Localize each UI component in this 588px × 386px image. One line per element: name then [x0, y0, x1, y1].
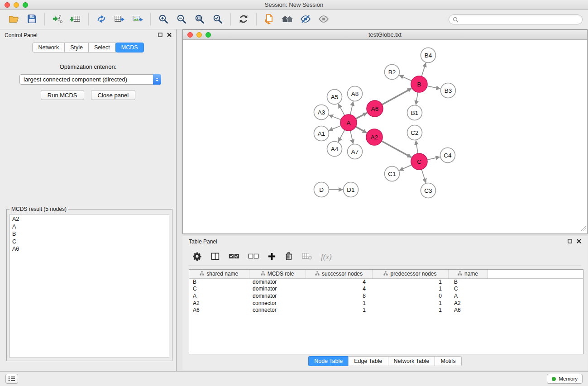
tab-edge-table[interactable]: Edge Table: [348, 356, 388, 366]
export-image-button[interactable]: [129, 11, 146, 28]
edge-C-C1[interactable]: [399, 165, 412, 170]
node-C2[interactable]: C2: [407, 125, 422, 140]
node-B4[interactable]: B4: [421, 48, 436, 63]
edge-A-A8[interactable]: [350, 101, 353, 114]
edge-A-A3[interactable]: [329, 115, 341, 119]
edge-A-A7[interactable]: [350, 131, 353, 144]
edge-C-C3[interactable]: [421, 169, 425, 183]
copy-style-button[interactable]: [261, 11, 277, 28]
node-A2[interactable]: A2: [366, 129, 382, 145]
node-B1[interactable]: B1: [407, 105, 422, 120]
close-panel-icon[interactable]: [167, 32, 172, 38]
edge-A-A4[interactable]: [338, 130, 344, 142]
network-canvas[interactable]: B4B2BB3A5A8A6B1A3AC2A1A2A4A7CC1C4C3DD1: [183, 40, 587, 234]
home-pair-button[interactable]: [279, 11, 296, 28]
node-C4[interactable]: C4: [440, 148, 455, 163]
network-minimize-button[interactable]: [196, 32, 202, 38]
tab-motifs[interactable]: Motifs: [435, 356, 461, 366]
tab-style[interactable]: Style: [64, 43, 89, 52]
column-header-mcds-role[interactable]: MCDS role: [249, 270, 306, 278]
memory-button[interactable]: Memory: [547, 374, 583, 384]
show-hidden-panels-button[interactable]: [5, 374, 18, 384]
node-B2[interactable]: B2: [385, 65, 400, 80]
import-network-button[interactable]: [49, 11, 66, 28]
export-network-button[interactable]: [93, 11, 110, 28]
node-B3[interactable]: B3: [441, 83, 456, 98]
node-D[interactable]: D: [314, 182, 329, 197]
search-field[interactable]: [449, 14, 583, 24]
delete-column-button[interactable]: [285, 250, 293, 264]
zoom-selected-button[interactable]: [210, 11, 226, 28]
node-A3[interactable]: A3: [314, 105, 329, 120]
node-D1[interactable]: D1: [344, 182, 359, 197]
table-row[interactable]: A2connector11A2: [189, 300, 583, 307]
table-row[interactable]: Cdominator41C: [189, 286, 583, 293]
settings-gear-button[interactable]: [192, 250, 202, 264]
edge-B-B3[interactable]: [427, 86, 440, 89]
edge-A6-B[interactable]: [382, 88, 412, 105]
edge-A-A6[interactable]: [356, 113, 367, 119]
criterion-dropdown[interactable]: largest connected component (directed): [19, 74, 161, 85]
show-columns-button[interactable]: [210, 250, 220, 264]
open-session-button[interactable]: [5, 11, 22, 28]
tab-network[interactable]: Network: [32, 43, 65, 52]
close-window-button[interactable]: [5, 2, 10, 8]
node-C[interactable]: C: [411, 153, 427, 170]
table-row[interactable]: Bdominator41B: [189, 278, 583, 286]
column-header-predecessor-nodes[interactable]: predecessor nodes: [372, 270, 448, 278]
column-header-name[interactable]: name: [448, 270, 488, 278]
column-header-shared-name[interactable]: shared name: [189, 270, 249, 278]
deselect-all-columns-button[interactable]: [248, 250, 259, 264]
zoom-fit-button[interactable]: [191, 11, 208, 28]
table-row[interactable]: A6connector11A6: [189, 306, 583, 314]
node-B[interactable]: B: [411, 76, 427, 92]
close-table-panel-icon[interactable]: [577, 238, 581, 245]
node-A7[interactable]: A7: [348, 144, 363, 159]
bird-eye-button[interactable]: [316, 11, 332, 28]
edge-B-B1[interactable]: [416, 92, 418, 105]
close-panel-button[interactable]: Close panel: [91, 90, 136, 100]
network-zoom-button[interactable]: [206, 32, 211, 38]
import-table-button[interactable]: [67, 11, 84, 28]
mcds-result-item[interactable]: A6: [12, 245, 167, 253]
node-A4[interactable]: A4: [327, 142, 342, 157]
node-A[interactable]: A: [340, 114, 357, 131]
float-panel-icon[interactable]: [158, 32, 163, 38]
mcds-result-item[interactable]: A2: [12, 215, 167, 223]
node-C3[interactable]: C3: [421, 183, 436, 198]
edge-A2-C[interactable]: [382, 141, 412, 157]
edge-C-C4[interactable]: [427, 157, 440, 160]
edge-A-A5[interactable]: [338, 104, 344, 115]
dropdown-stepper-icon[interactable]: [153, 74, 161, 85]
search-input[interactable]: [461, 16, 578, 23]
minimize-window-button[interactable]: [14, 2, 19, 8]
edge-B-B2[interactable]: [399, 75, 412, 81]
mcds-result-item[interactable]: A: [12, 223, 167, 231]
refresh-button[interactable]: [235, 11, 252, 28]
network-close-button[interactable]: [187, 32, 193, 38]
run-mcds-button[interactable]: Run MCDS: [41, 90, 84, 100]
node-A1[interactable]: A1: [314, 126, 329, 141]
graphics-details-button[interactable]: [297, 11, 314, 28]
tab-select[interactable]: Select: [88, 43, 116, 52]
zoom-out-button[interactable]: [173, 11, 190, 28]
network-window-titlebar[interactable]: testGlobe.txt: [183, 30, 587, 40]
table-row[interactable]: Adominator80A: [189, 292, 583, 300]
node-A8[interactable]: A8: [348, 86, 363, 101]
add-column-button[interactable]: [268, 250, 276, 264]
select-all-columns-button[interactable]: [229, 250, 239, 264]
export-table-button[interactable]: [111, 11, 128, 28]
column-header-successor-nodes[interactable]: successor nodes: [306, 270, 372, 278]
zoom-window-button[interactable]: [23, 2, 28, 8]
window-resize-grip[interactable]: [581, 225, 587, 233]
mcds-result-item[interactable]: C: [12, 238, 167, 246]
float-table-panel-icon[interactable]: [568, 238, 572, 245]
tab-mcds[interactable]: MCDS: [115, 43, 144, 52]
edge-C-C2[interactable]: [416, 140, 418, 153]
edge-A-A1[interactable]: [329, 126, 341, 131]
zoom-in-button[interactable]: [155, 11, 172, 28]
mcds-result-list[interactable]: A2ABCA6: [10, 214, 169, 358]
node-A6[interactable]: A6: [367, 100, 383, 117]
tab-network-table[interactable]: Network Table: [388, 356, 435, 366]
node-A5[interactable]: A5: [327, 90, 342, 105]
